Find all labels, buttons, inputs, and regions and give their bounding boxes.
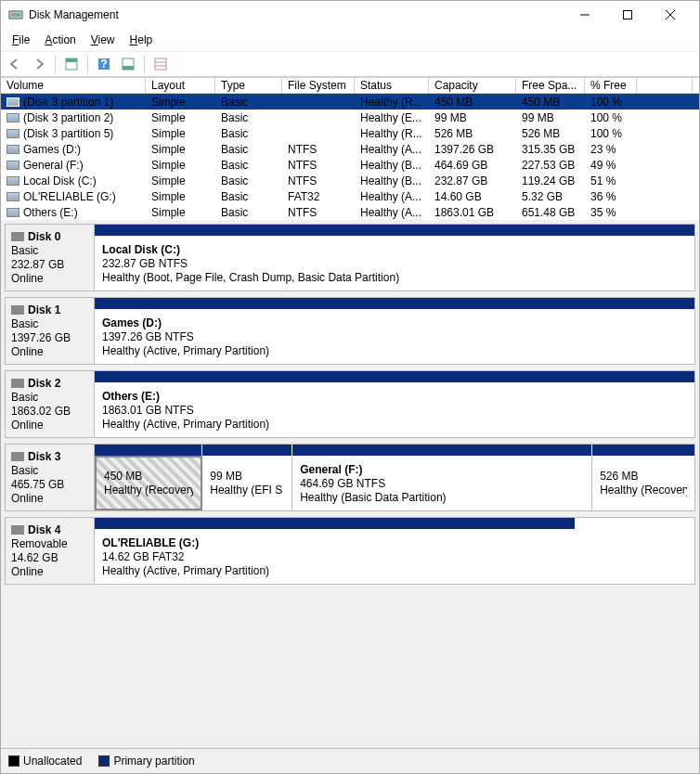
toolbar-separator [144,56,145,72]
svg-rect-1 [11,13,20,17]
menu-view[interactable]: View [84,31,123,49]
volume-row[interactable]: (Disk 3 partition 2)SimpleBasicHealthy (… [1,110,699,125]
svg-rect-7 [66,58,77,62]
volume-list: VolumeLayoutTypeFile SystemStatusCapacit… [1,77,699,220]
close-button[interactable] [649,1,692,29]
forward-button[interactable] [29,54,49,74]
svg-rect-12 [155,58,166,70]
legend-primary: Primary partition [98,755,194,768]
disk-block: Disk 0Basic232.87 GBOnlineLocal Disk (C:… [5,224,695,291]
partition[interactable]: OL'RELIABLE (G:)14.62 GB FAT32Healthy (A… [95,529,575,584]
menu-action[interactable]: Action [37,31,83,49]
disk-icon [11,525,24,535]
view-top-button[interactable] [61,54,82,74]
view-bottom-button[interactable] [118,54,138,74]
volume-icon [6,176,19,186]
column-header[interactable]: Volume [1,78,146,93]
column-header[interactable]: Status [355,78,429,93]
volume-row[interactable]: (Disk 3 partition 5)SimpleBasicHealthy (… [1,125,699,141]
volume-icon [6,113,19,123]
volume-icon [6,97,19,107]
legend-unallocated: Unallocated [8,755,82,768]
disk-label: Disk 1Basic1397.26 GBOnline [6,298,95,364]
list-view-button[interactable] [150,54,171,74]
volume-row[interactable]: (Disk 3 partition 1)SimpleBasicHealthy (… [1,94,699,110]
legend: Unallocated Primary partition [1,748,699,773]
svg-rect-11 [123,66,134,70]
disk-icon [11,379,24,388]
disk-pane: Disk 0Basic232.87 GBOnlineLocal Disk (C:… [1,220,699,748]
disk-block: Disk 2Basic1863.02 GBOnlineOthers (E:)18… [5,370,695,438]
toolbar: ? [1,51,699,77]
svg-text:?: ? [100,58,107,71]
disk-label: Disk 0Basic232.87 GBOnline [6,225,95,290]
disk-block: Disk 3Basic465.75 GBOnline450 MBHealthy … [5,444,695,511]
column-header[interactable]: Free Spa... [516,78,585,93]
svg-rect-3 [624,11,632,19]
volume-row[interactable]: Local Disk (C:)SimpleBasicNTFSHealthy (B… [1,173,699,188]
disk-block: Disk 4Removable14.62 GBOnlineOL'RELIABLE… [5,517,695,585]
disk-icon [11,305,24,315]
partition[interactable]: 526 MBHealthy (Recovery P [592,456,694,510]
column-header[interactable]: Layout [146,78,215,93]
disk-label: Disk 3Basic465.75 GBOnline [6,445,95,510]
volume-icon [6,192,19,201]
volume-icon [6,208,19,217]
disk-block: Disk 1Basic1397.26 GBOnlineGames (D:)139… [5,297,695,365]
volume-row[interactable]: Games (D:)SimpleBasicNTFSHealthy (A...13… [1,141,699,157]
disk-icon [11,452,24,461]
disk-label: Disk 2Basic1863.02 GBOnline [6,371,95,437]
back-button[interactable] [5,54,25,74]
partition[interactable]: General (F:)464.69 GB NTFSHealthy (Basic… [292,456,592,510]
volume-icon [6,129,19,138]
toolbar-separator [87,56,88,72]
menu-file[interactable]: File [5,31,37,49]
app-icon [8,7,23,22]
column-header[interactable]: Type [215,78,282,93]
volume-row[interactable]: Others (E:)SimpleBasicNTFSHealthy (A...1… [1,204,699,220]
volume-row[interactable]: General (F:)SimpleBasicNTFSHealthy (B...… [1,157,699,173]
partition[interactable]: Others (E:)1863.01 GB NTFSHealthy (Activ… [95,382,694,437]
volume-icon [6,145,19,154]
partition[interactable]: 450 MBHealthy (Recovery P [95,456,202,510]
help-button[interactable]: ? [94,54,114,74]
menu-help[interactable]: Help [123,31,161,49]
disk-label: Disk 4Removable14.62 GBOnline [6,518,95,584]
column-header[interactable] [637,78,693,93]
toolbar-separator [55,56,56,72]
column-header[interactable]: Capacity [429,78,516,93]
minimize-button[interactable] [564,1,606,29]
column-header[interactable]: % Free [585,78,637,93]
maximize-button[interactable] [606,1,649,29]
menu-bar: File Action View Help [1,29,699,51]
partition[interactable]: 99 MBHealthy (EFI S [202,456,292,510]
partition[interactable]: Local Disk (C:)232.87 GB NTFSHealthy (Bo… [95,236,694,290]
volume-icon [6,161,19,170]
partition[interactable]: Games (D:)1397.26 GB NTFSHealthy (Active… [95,309,694,364]
volume-row[interactable]: OL'RELIABLE (G:)SimpleBasicFAT32Healthy … [1,188,699,204]
column-headers: VolumeLayoutTypeFile SystemStatusCapacit… [1,78,699,94]
window-title: Disk Management [29,8,564,21]
title-bar: Disk Management [1,1,699,29]
column-header[interactable]: File System [282,78,355,93]
disk-icon [11,232,24,241]
